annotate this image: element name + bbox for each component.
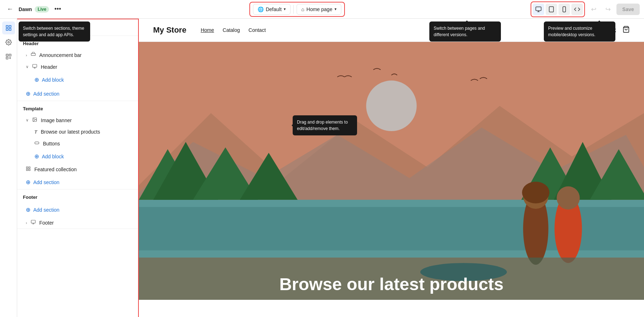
switch-sections-tooltip: Switch between sections, theme settings … [19,21,90,42]
settings-sidebar-button[interactable] [2,36,15,49]
add-block-header-button[interactable]: ⊕ Add block [17,73,138,87]
image-banner-item[interactable]: ∨ Image banner [17,114,138,126]
preview-area: Drag and drop elements to edit/add/remov… [139,19,644,317]
desktop-preview-button[interactable] [533,4,544,15]
footer-icon [31,220,36,226]
svg-rect-26 [31,220,35,223]
default-label: Default [266,6,282,12]
preview-controls [531,1,585,17]
globe-icon: 🌐 [258,6,264,12]
svg-rect-16 [33,64,37,67]
nav-contact[interactable]: Contact [249,27,266,33]
theme-name: Dawn [19,6,32,12]
top-bar-left: ← Dawn Live ••• [4,4,63,15]
footer-item[interactable]: › Footer [17,217,138,229]
chevron-down-icon-header: ∨ [26,64,29,69]
svg-rect-0 [536,7,541,11]
featured-collection-label: Featured collection [34,167,77,172]
footer-group-label: Footer [17,189,138,203]
top-bar-center: 🌐 Default ▾ ⌂ Home page ▾ [66,2,528,17]
preview-tooltip: Preview and customize mobile/desktop ver… [544,21,615,42]
tablet-preview-button[interactable] [546,4,557,15]
more-button[interactable]: ••• [52,4,63,15]
svg-rect-8 [9,25,11,27]
browse-products-label: Browse our latest products [41,129,100,135]
undo-button[interactable]: ↩ [588,4,599,15]
svg-rect-21 [35,142,39,144]
store-logo: My Store [153,25,186,35]
center-controls: 🌐 Default ▾ ⌂ Home page ▾ [249,2,345,17]
add-section-template-label: Add section [33,179,59,185]
header-label: Header [41,64,57,70]
svg-text:Browse our latest products: Browse our latest products [279,274,504,294]
svg-point-11 [8,42,9,43]
chevron-down-icon-page: ▾ [335,7,337,11]
code-preview-button[interactable] [571,4,583,15]
svg-point-33 [366,81,416,131]
template-group-label: Template [17,101,138,114]
announcement-bar-label: Announcement bar [39,52,82,58]
featured-collection-item[interactable]: Featured collection [17,163,138,175]
footer-label: Footer [39,220,54,226]
buttons-label: Buttons [43,141,60,147]
mobile-preview-button[interactable] [558,4,570,15]
chevron-right-icon: › [26,53,27,57]
add-block-label: Add block [42,77,64,83]
svg-rect-22 [26,167,28,168]
plus-icon-add-block-template: ⊕ [34,153,39,160]
default-dropdown[interactable]: 🌐 Default ▾ [253,4,291,15]
svg-rect-12 [6,54,8,56]
nav-home[interactable]: Home [201,27,214,33]
text-icon: T [34,129,37,135]
svg-rect-25 [29,169,30,170]
header-icon [32,64,37,70]
page-dropdown[interactable]: ⌂ Home page ▾ [297,4,341,15]
top-bar-right: Preview and customize mobile/desktop ver… [531,1,640,17]
buttons-item[interactable]: Buttons [17,138,138,149]
browse-products-item[interactable]: T Browse our latest products [17,126,138,138]
store-nav: Home Catalog Contact [201,27,266,33]
icon-sidebar [0,19,17,317]
hero-banner: Browse our latest products [139,42,644,300]
add-section-template-button[interactable]: ⊕ Add section [17,175,138,189]
apps-sidebar-button[interactable] [2,50,15,63]
home-page-icon: ⌂ [301,6,304,12]
buttons-icon [34,140,39,147]
featured-collection-icon [26,166,31,172]
main-layout: Home page Header › Announcement bar ∨ He… [0,19,644,317]
sections-panel: Home page Header › Announcement bar ∨ He… [17,19,139,317]
svg-point-47 [522,182,550,203]
add-section-header-button[interactable]: ⊕ Add section [17,87,138,101]
add-block-template-label: Add block [42,154,64,159]
add-section-footer-button[interactable]: ⊕ Add section [17,203,138,217]
plus-icon-add-block: ⊕ [34,76,39,83]
plus-icon-add-section-header: ⊕ [26,90,30,97]
plus-icon-add-section-template: ⊕ [26,179,30,186]
svg-point-20 [34,119,34,119]
chevron-right-icon-footer: › [26,221,27,225]
drag-drop-tooltip: Drag and drop elements to edit/add/remov… [293,115,357,135]
nav-catalog[interactable]: Catalog [223,27,240,33]
svg-rect-7 [6,25,8,27]
add-section-footer-label: Add section [33,207,59,213]
dropdown-divider [293,5,294,14]
chevron-down-icon-banner: ∨ [26,118,29,123]
announcement-bar-item[interactable]: › Announcement bar [17,49,138,61]
cart-icon[interactable] [623,26,630,35]
header-item[interactable]: ∨ Header [17,61,138,73]
sections-sidebar-button[interactable] [2,21,15,34]
svg-rect-10 [9,29,11,30]
add-block-template-button[interactable]: ⊕ Add block [17,149,138,163]
svg-rect-13 [9,54,11,56]
footer-group: Footer ⊕ Add section › Footer [17,189,138,229]
page-label: Home page [307,6,332,12]
svg-rect-24 [26,169,28,170]
pages-tooltip: Switch between pages and different versi… [429,21,501,42]
svg-point-49 [557,186,580,210]
redo-button[interactable]: ↪ [602,4,614,15]
top-bar: ← Dawn Live ••• Switch between sections,… [0,0,644,19]
save-button[interactable]: Save [616,4,640,15]
back-button[interactable]: ← [4,4,16,15]
add-section-header-label: Add section [33,91,59,97]
svg-rect-3 [549,6,553,12]
